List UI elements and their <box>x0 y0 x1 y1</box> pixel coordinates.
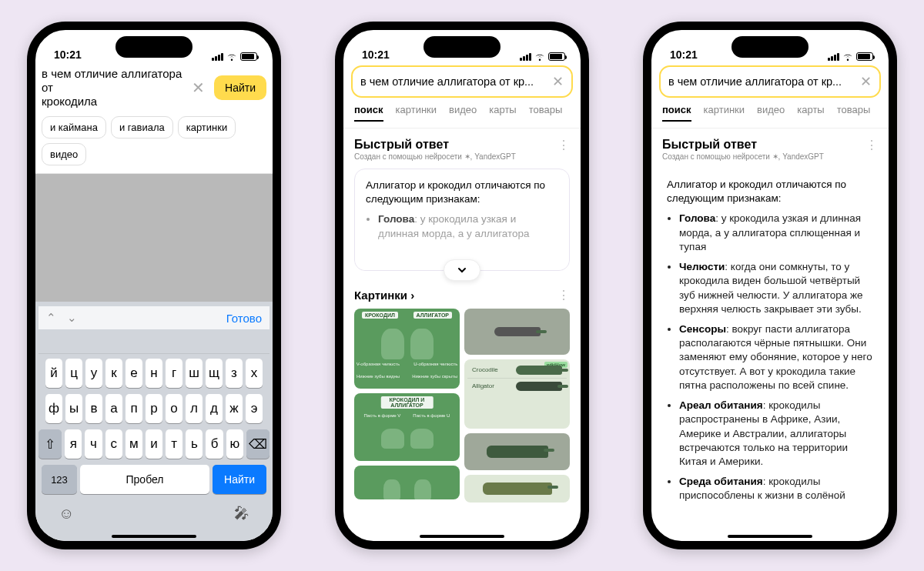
key-123[interactable]: 123 <box>42 465 77 494</box>
key-letter[interactable]: ф <box>45 394 62 423</box>
key-letter[interactable]: щ <box>206 359 223 388</box>
status-icons <box>212 52 257 61</box>
key-letter[interactable]: е <box>126 359 142 388</box>
key-letter[interactable]: м <box>126 429 142 459</box>
chip[interactable]: и каймана <box>42 116 106 139</box>
key-letter[interactable]: г <box>166 359 182 388</box>
tab-search[interactable]: поиск <box>662 104 691 122</box>
tab-images[interactable]: картинки <box>396 104 437 122</box>
image-result[interactable] <box>464 309 570 355</box>
image-result[interactable]: КРОКОДИЛ АЛЛИГАТОР V-образная челюстьU-о… <box>354 309 460 389</box>
more-icon[interactable]: ⋮ <box>865 138 878 152</box>
notch <box>116 36 192 58</box>
qa-bullet: Ареал обитания: крокодилы распространены… <box>679 399 873 469</box>
qa-bullet: Среда обитания: крокодилы приспособлены … <box>679 475 873 503</box>
key-letter[interactable]: р <box>146 394 162 423</box>
key-letter[interactable]: и <box>146 429 162 459</box>
key-letter[interactable]: б <box>206 429 223 459</box>
key-letter[interactable]: о <box>166 394 182 423</box>
qa-title: Быстрый ответ <box>662 138 824 152</box>
image-result[interactable] <box>464 433 570 470</box>
more-icon[interactable]: ⋮ <box>557 138 570 152</box>
kb-up-icon[interactable]: ⌃ <box>46 311 56 325</box>
key-letter[interactable]: з <box>226 359 243 388</box>
clear-icon[interactable]: ✕ <box>547 73 564 90</box>
chevron-down-icon <box>457 265 467 275</box>
tab-video[interactable]: видео <box>449 104 477 122</box>
image-result[interactable] <box>354 466 460 499</box>
mic-icon[interactable]: 🎤︎ <box>234 505 249 523</box>
tabs: поиск картинки видео карты товары <box>651 104 889 129</box>
key-letter[interactable]: к <box>105 359 122 388</box>
image-result[interactable]: wikiHow Crocodile Alligator <box>464 359 570 429</box>
chip[interactable]: видео <box>42 143 86 165</box>
key-letter[interactable]: ж <box>226 394 243 423</box>
images-header: Картинки › ⋮ <box>354 288 570 302</box>
find-button[interactable]: Найти <box>214 75 266 100</box>
status-icons <box>828 52 873 61</box>
key-letter[interactable]: ы <box>65 394 82 423</box>
signal-icon <box>520 53 531 61</box>
image-result[interactable]: КРОКОДИЛ И АЛЛИГАТОР Пасть в форме VПаст… <box>354 393 460 461</box>
wifi-icon <box>534 53 545 61</box>
tab-search[interactable]: поиск <box>354 104 383 122</box>
images-title[interactable]: Картинки › <box>354 289 414 302</box>
kb-down-icon[interactable]: ⌄ <box>67 311 77 325</box>
tab-video[interactable]: видео <box>757 104 785 122</box>
clear-icon[interactable]: ✕ <box>187 77 209 99</box>
chip[interactable]: и гавиала <box>111 116 173 139</box>
key-letter[interactable]: у <box>85 359 102 388</box>
search-input[interactable]: в чем отличие аллигатора от кр... ✕ <box>351 65 573 98</box>
key-letter[interactable]: э <box>246 394 263 423</box>
key-letter[interactable]: ю <box>226 429 243 459</box>
home-indicator[interactable] <box>112 535 196 538</box>
chip[interactable]: картинки <box>178 116 236 139</box>
key-letter[interactable]: а <box>105 394 122 423</box>
key-letter[interactable]: ь <box>186 429 203 459</box>
tab-maps[interactable]: карты <box>797 104 824 122</box>
quick-answer-header: Быстрый ответ Создан с помощью нейросети… <box>662 138 878 161</box>
search-text: в чем отличие аллигатора от кр... <box>360 75 534 88</box>
search-input[interactable]: в чем отличие аллигатора от кр... ✕ <box>659 65 881 98</box>
home-indicator[interactable] <box>420 535 504 538</box>
qa-intro: Аллигатор и крокодил отличаются по следу… <box>667 178 873 205</box>
expand-button[interactable] <box>444 259 480 281</box>
key-enter[interactable]: Найти <box>213 465 266 494</box>
home-indicator[interactable] <box>728 535 812 538</box>
content[interactable]: Быстрый ответ Создан с помощью нейросети… <box>343 129 581 524</box>
more-icon[interactable]: ⋮ <box>557 288 570 302</box>
key-letter[interactable]: п <box>126 394 142 423</box>
status-time: 10:21 <box>670 48 698 61</box>
tab-images[interactable]: картинки <box>704 104 745 122</box>
tab-goods[interactable]: товары <box>529 104 563 122</box>
key-space[interactable]: Пробел <box>80 465 209 494</box>
key-shift[interactable]: ⇧ <box>38 429 62 459</box>
phone-1: 10:21 в чем отличие аллигатора от крокод… <box>27 22 281 549</box>
tab-goods[interactable]: товары <box>837 104 871 122</box>
key-letter[interactable]: в <box>85 394 102 423</box>
phone-2: 10:21 в чем отличие аллигатора от кр... … <box>335 22 589 549</box>
content[interactable]: Быстрый ответ Создан с помощью нейросети… <box>651 129 889 524</box>
emoji-icon[interactable]: ☺ <box>59 505 74 523</box>
keyboard[interactable]: ⌃⌄ Готово йцукенгшщзх фывапролджэ ⇧ячсми… <box>35 302 273 541</box>
qa-card: Аллигатор и крокодил отличаются по следу… <box>662 169 878 503</box>
key-letter[interactable]: ч <box>85 429 102 459</box>
key-letter[interactable]: т <box>166 429 182 459</box>
clear-icon[interactable]: ✕ <box>855 73 872 90</box>
kb-done-button[interactable]: Готово <box>226 312 262 325</box>
key-letter[interactable]: й <box>45 359 62 388</box>
key-letter[interactable]: ц <box>65 359 82 388</box>
key-letter[interactable]: я <box>65 429 82 459</box>
key-letter[interactable]: ш <box>186 359 203 388</box>
key-letter[interactable]: х <box>246 359 263 388</box>
tab-maps[interactable]: карты <box>489 104 516 122</box>
image-result[interactable] <box>464 475 570 503</box>
candidate-bar[interactable] <box>38 329 270 354</box>
key-letter[interactable]: д <box>206 394 223 423</box>
qa-intro: Аллигатор и крокодил отличаются по следу… <box>366 179 558 206</box>
key-backspace[interactable]: ⌫ <box>246 429 270 459</box>
key-letter[interactable]: н <box>146 359 162 388</box>
key-letter[interactable]: л <box>186 394 203 423</box>
search-input[interactable]: в чем отличие аллигатора от крокодила <box>42 65 182 110</box>
key-letter[interactable]: с <box>105 429 122 459</box>
